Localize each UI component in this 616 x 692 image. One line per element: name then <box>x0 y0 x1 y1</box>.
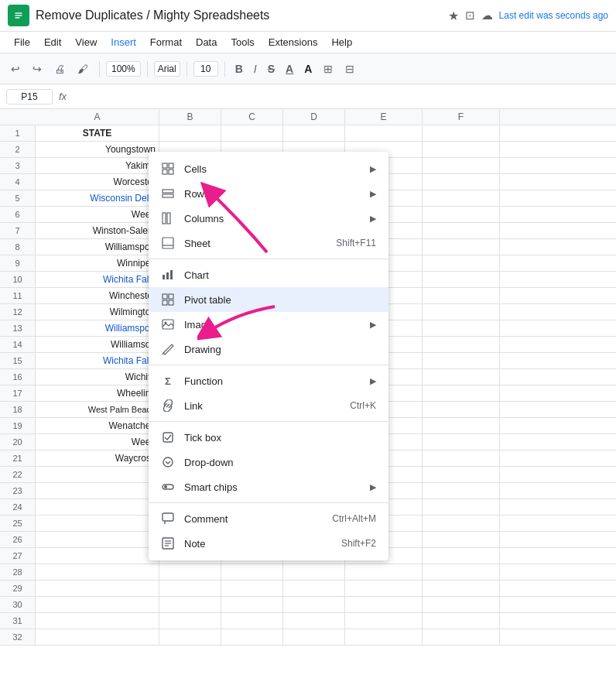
menu-format[interactable]: Format <box>144 33 188 51</box>
svg-rect-7 <box>169 170 173 174</box>
cell-f12[interactable] <box>423 304 500 320</box>
menu-item-link[interactable]: Link Ctrl+K <box>149 393 388 418</box>
row-header-12: 12 <box>0 304 35 320</box>
fill-color-button[interactable]: A <box>300 61 316 77</box>
folder-icon[interactable]: ⊡ <box>465 9 475 22</box>
menu-edit[interactable]: Edit <box>38 33 67 51</box>
bold-button[interactable]: B <box>231 61 247 77</box>
cell-a12[interactable]: Wilmington <box>36 304 159 320</box>
cell-f1[interactable] <box>423 125 500 141</box>
cell-f9[interactable] <box>423 255 500 271</box>
menu-file[interactable]: File <box>8 33 36 51</box>
cell-a2[interactable]: Youngstown <box>36 142 159 157</box>
menu-item-columns[interactable]: Columns ▶ <box>149 206 388 231</box>
menu-extensions[interactable]: Extensions <box>262 33 324 51</box>
cell-f19[interactable] <box>423 418 500 433</box>
row-header-8: 8 <box>0 239 35 255</box>
menu-item-drawing[interactable]: Drawing <box>149 337 388 361</box>
underline-button[interactable]: A <box>282 61 297 77</box>
cell-f18[interactable] <box>423 402 500 417</box>
cells-arrow: ▶ <box>370 164 376 174</box>
menu-insert[interactable]: Insert <box>104 33 142 51</box>
menu-item-smartchips[interactable]: Smart chips ▶ <box>149 474 388 499</box>
menu-data[interactable]: Data <box>190 33 223 51</box>
menu-item-chart[interactable]: Chart <box>149 262 388 287</box>
cell-b1[interactable] <box>159 125 221 141</box>
cell-f20[interactable] <box>423 434 500 450</box>
print-button[interactable]: 🖨 <box>50 60 70 78</box>
menu-item-comment[interactable]: Comment Ctrl+Alt+M <box>149 506 388 531</box>
separator4 <box>224 61 225 77</box>
cell-f4[interactable] <box>423 174 500 190</box>
separator1 <box>99 61 100 77</box>
menu-item-tickbox[interactable]: Tick box <box>149 425 388 450</box>
cell-a16[interactable]: Wichita <box>36 369 159 385</box>
cell-f13[interactable] <box>423 320 500 336</box>
star-icon[interactable]: ★ <box>448 9 459 23</box>
zoom-selector[interactable]: 100% <box>106 61 141 77</box>
cell-a1[interactable]: STATE <box>36 125 159 141</box>
cell-f21[interactable] <box>423 450 500 466</box>
menu-item-dropdown[interactable]: Drop-down <box>149 450 388 474</box>
menu-tools[interactable]: Tools <box>224 33 260 51</box>
borders-button[interactable]: ⊞ <box>319 60 337 78</box>
cell-a4[interactable]: Worcester <box>36 174 159 190</box>
menu-item-rows[interactable]: Rows ▶ <box>149 181 388 206</box>
undo-button[interactable]: ↩ <box>6 60 25 78</box>
menu-item-function[interactable]: Σ Function ▶ <box>149 368 388 393</box>
paint-format-button[interactable]: 🖌 <box>73 60 93 78</box>
cell-a14[interactable]: Williamson <box>36 337 159 352</box>
menu-item-note[interactable]: Note Shift+F2 <box>149 531 388 556</box>
cell-a3[interactable]: Yakima <box>36 158 159 173</box>
font-name[interactable]: Arial <box>154 61 180 77</box>
cell-f11[interactable] <box>423 288 500 303</box>
cell-a18[interactable]: West Palm Beach <box>36 402 159 417</box>
cell-a17[interactable]: Wheeling <box>36 385 159 401</box>
redo-button[interactable]: ↪ <box>28 60 46 78</box>
cell-c1[interactable] <box>221 125 283 141</box>
cell-d1[interactable] <box>283 125 345 141</box>
strikethrough-button[interactable]: S <box>264 61 279 77</box>
menu-help[interactable]: Help <box>325 33 358 51</box>
menu-view[interactable]: View <box>69 33 103 51</box>
cell-a13[interactable]: Williamsport <box>36 320 159 336</box>
font-size-input[interactable]: 10 <box>193 61 218 77</box>
cell-a20[interactable]: Weed <box>36 434 159 450</box>
menu-item-image[interactable]: Image ▶ <box>149 312 388 337</box>
row-header-16: 16 <box>0 369 35 385</box>
cell-f3[interactable] <box>423 158 500 173</box>
svg-rect-10 <box>163 213 166 224</box>
cell-f10[interactable] <box>423 272 500 287</box>
menu-item-cells[interactable]: Cells ▶ <box>149 156 388 181</box>
cell-e1[interactable] <box>345 125 423 141</box>
cell-f16[interactable] <box>423 369 500 385</box>
merge-button[interactable]: ⊟ <box>341 60 359 78</box>
note-label: Note <box>184 538 332 550</box>
table-row <box>36 597 616 613</box>
cell-a11[interactable]: Winchester <box>36 288 159 303</box>
cell-a21[interactable]: Waycross <box>36 450 159 466</box>
cell-a15[interactable]: Wichita Falls <box>36 353 159 368</box>
menu-item-sheet[interactable]: Sheet Shift+F11 <box>149 231 388 255</box>
italic-button[interactable]: I <box>250 61 261 77</box>
cell-reference[interactable] <box>6 89 53 104</box>
menu-item-pivot[interactable]: Pivot table <box>149 287 388 312</box>
cell-a6[interactable]: Weed <box>36 207 159 222</box>
cell-a8[interactable]: Williamsport <box>36 239 159 255</box>
cell-a9[interactable]: Winnipeg <box>36 255 159 271</box>
cell-f2[interactable] <box>423 142 500 157</box>
cell-f14[interactable] <box>423 337 500 352</box>
cell-f5[interactable] <box>423 190 500 206</box>
cell-f15[interactable] <box>423 353 500 368</box>
cell-a7[interactable]: Winston-Salem <box>36 223 159 238</box>
row-header-15: 15 <box>0 353 35 369</box>
svg-rect-15 <box>166 272 169 279</box>
cell-a19[interactable]: Wenatchee <box>36 418 159 433</box>
cell-f6[interactable] <box>423 207 500 222</box>
cell-a10[interactable]: Wichita Falls <box>36 272 159 287</box>
cell-f7[interactable] <box>423 223 500 238</box>
cell-f17[interactable] <box>423 385 500 401</box>
cell-a5[interactable]: Wisconsin Dells <box>36 190 159 206</box>
cell-f8[interactable] <box>423 239 500 255</box>
formula-input[interactable] <box>73 91 610 102</box>
